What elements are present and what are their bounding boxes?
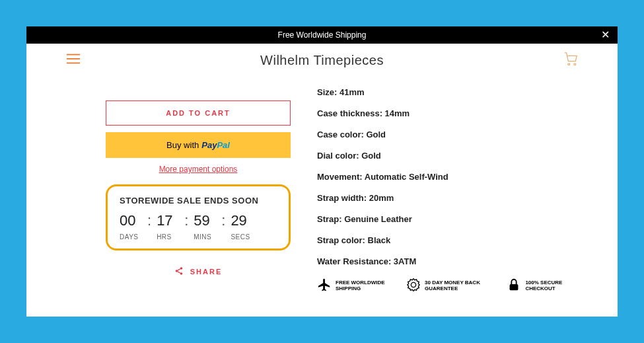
paypal-logo-icon: PayPal <box>201 140 230 150</box>
spec-row: Case color: Gold <box>317 130 578 139</box>
more-payment-options-link[interactable]: More payment options <box>106 165 291 174</box>
colon-icon: : <box>146 212 153 229</box>
specs-column: Size: 41mm Case thickness: 14mm Case col… <box>317 74 578 295</box>
plane-icon <box>317 278 332 295</box>
svg-point-6 <box>175 270 178 272</box>
countdown-box: STOREWIDE SALE ENDS SOON 00 DAYS : 17 HR… <box>106 184 291 250</box>
cart-icon[interactable] <box>563 52 578 69</box>
badge-guarantee: 30 DAY MONEY BACK GUARENTEE <box>406 278 495 295</box>
badge-secure-text: 100% SECURE CHECKOUT <box>525 280 578 292</box>
svg-point-8 <box>411 282 415 287</box>
share-label: SHARE <box>190 268 223 276</box>
badge-shipping-text: FREE WORLDWIDE SHIPPING <box>336 280 394 292</box>
seal-icon <box>406 278 421 295</box>
share-icon <box>174 266 184 277</box>
svg-point-5 <box>180 267 182 270</box>
share-button[interactable]: SHARE <box>106 266 291 277</box>
countdown-secs: 29 SECS <box>231 212 253 241</box>
colon-icon: : <box>183 212 190 229</box>
countdown-days: 00 DAYS <box>120 212 142 241</box>
spec-row: Case thickness: 14mm <box>317 108 578 118</box>
trust-badges: FREE WORLDWIDE SHIPPING 30 DAY MONEY BAC… <box>317 278 578 295</box>
app-window: Free Worldwide Shipping ✕ Wilhelm Timepi… <box>26 26 618 317</box>
spec-row: Strap: Genuine Leather <box>317 214 578 224</box>
announcement-text: Free Worldwide Shipping <box>278 30 367 40</box>
spec-row: Water Resistance: 3ATM <box>317 256 578 266</box>
announcement-bar: Free Worldwide Shipping ✕ <box>26 26 618 44</box>
spec-row: Movement: Automatic Self-Wind <box>317 172 578 182</box>
badge-guarantee-text: 30 DAY MONEY BACK GUARENTEE <box>425 280 495 292</box>
menu-icon[interactable] <box>66 53 81 67</box>
countdown-hours: 17 HRS <box>157 212 179 241</box>
countdown-timer: 00 DAYS : 17 HRS : 59 MINS : 29 <box>120 212 277 241</box>
spec-row: Strap width: 20mm <box>317 193 578 203</box>
lock-icon <box>507 278 521 295</box>
site-title: Wilhelm Timepieces <box>260 53 384 68</box>
site-header: Wilhelm Timepieces <box>26 44 618 74</box>
colon-icon: : <box>220 212 227 229</box>
paypal-button[interactable]: Buy with PayPal <box>106 132 291 158</box>
svg-rect-9 <box>510 284 519 290</box>
countdown-title: STOREWIDE SALE ENDS SOON <box>120 196 277 206</box>
spec-row: Dial color: Gold <box>317 151 578 161</box>
buy-with-label: Buy with <box>166 140 199 150</box>
spec-row: Strap color: Black <box>317 235 578 245</box>
countdown-mins: 59 MINS <box>194 212 216 241</box>
close-icon[interactable]: ✕ <box>601 28 610 41</box>
badge-secure: 100% SECURE CHECKOUT <box>507 278 578 295</box>
spec-row: Size: 41mm <box>317 87 578 97</box>
badge-shipping: FREE WORLDWIDE SHIPPING <box>317 278 394 295</box>
svg-point-3 <box>568 63 570 65</box>
svg-point-4 <box>574 63 576 65</box>
purchase-column: ADD TO CART Buy with PayPal More payment… <box>106 74 291 295</box>
add-to-cart-button[interactable]: ADD TO CART <box>106 100 291 126</box>
svg-point-7 <box>180 272 182 275</box>
content-area: ADD TO CART Buy with PayPal More payment… <box>26 74 618 308</box>
